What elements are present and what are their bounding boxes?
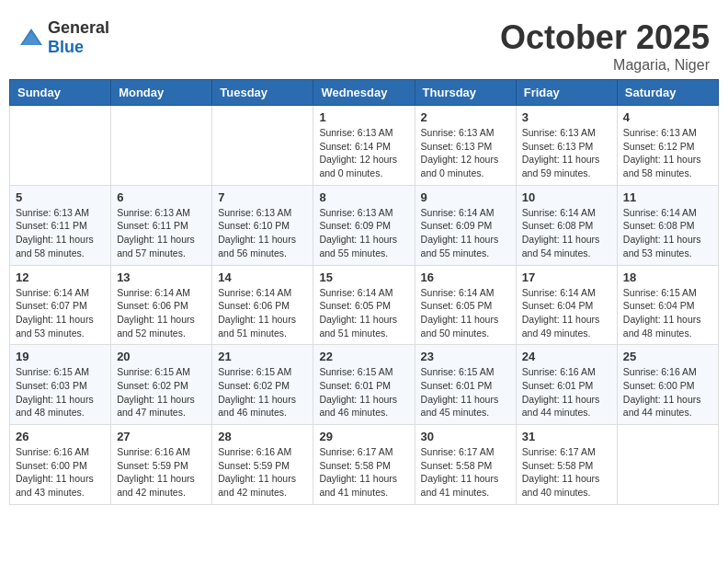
day-info: Sunrise: 6:15 AM Sunset: 6:01 PM Dayligh…	[421, 365, 510, 419]
weekday-header-sunday: Sunday	[10, 80, 111, 106]
calendar-cell: 7Sunrise: 6:13 AM Sunset: 6:10 PM Daylig…	[212, 185, 313, 265]
day-number: 15	[319, 270, 408, 284]
week-row-2: 12Sunrise: 6:14 AM Sunset: 6:07 PM Dayli…	[10, 265, 719, 345]
calendar-cell: 21Sunrise: 6:15 AM Sunset: 6:02 PM Dayli…	[212, 345, 313, 425]
day-number: 18	[623, 270, 712, 284]
calendar-cell: 28Sunrise: 6:16 AM Sunset: 5:59 PM Dayli…	[212, 425, 313, 505]
day-number: 28	[218, 430, 307, 443]
day-info: Sunrise: 6:16 AM Sunset: 5:59 PM Dayligh…	[117, 445, 206, 500]
day-info: Sunrise: 6:14 AM Sunset: 6:09 PM Dayligh…	[421, 206, 510, 260]
location-title: Magaria, Niger	[500, 57, 710, 74]
weekday-header-wednesday: Wednesday	[313, 80, 415, 106]
day-info: Sunrise: 6:16 AM Sunset: 6:01 PM Dayligh…	[522, 365, 611, 419]
week-row-1: 5Sunrise: 6:13 AM Sunset: 6:11 PM Daylig…	[10, 185, 719, 265]
calendar-cell: 23Sunrise: 6:15 AM Sunset: 6:01 PM Dayli…	[415, 345, 516, 425]
day-info: Sunrise: 6:14 AM Sunset: 6:04 PM Dayligh…	[522, 286, 611, 340]
calendar-cell: 31Sunrise: 6:17 AM Sunset: 5:58 PM Dayli…	[516, 425, 617, 505]
day-info: Sunrise: 6:16 AM Sunset: 5:59 PM Dayligh…	[218, 445, 307, 500]
day-number: 14	[218, 270, 307, 284]
logo-blue: Blue	[48, 38, 84, 56]
day-number: 22	[319, 350, 408, 363]
day-info: Sunrise: 6:15 AM Sunset: 6:04 PM Dayligh…	[623, 286, 712, 340]
calendar-cell: 12Sunrise: 6:14 AM Sunset: 6:07 PM Dayli…	[10, 265, 111, 345]
calendar-cell: 10Sunrise: 6:14 AM Sunset: 6:08 PM Dayli…	[516, 185, 617, 265]
day-number: 29	[319, 430, 408, 443]
day-info: Sunrise: 6:15 AM Sunset: 6:01 PM Dayligh…	[319, 365, 408, 419]
calendar-cell: 24Sunrise: 6:16 AM Sunset: 6:01 PM Dayli…	[516, 345, 617, 425]
day-info: Sunrise: 6:17 AM Sunset: 5:58 PM Dayligh…	[421, 445, 510, 500]
calendar-cell: 16Sunrise: 6:14 AM Sunset: 6:05 PM Dayli…	[415, 265, 516, 345]
calendar-cell: 29Sunrise: 6:17 AM Sunset: 5:58 PM Dayli…	[313, 425, 415, 505]
calendar-cell: 4Sunrise: 6:13 AM Sunset: 6:12 PM Daylig…	[617, 106, 718, 186]
day-number: 9	[421, 190, 510, 204]
day-number: 1	[319, 110, 408, 124]
calendar-cell: 20Sunrise: 6:15 AM Sunset: 6:02 PM Dayli…	[111, 345, 212, 425]
day-number: 11	[623, 190, 712, 204]
day-info: Sunrise: 6:14 AM Sunset: 6:08 PM Dayligh…	[522, 206, 611, 260]
day-info: Sunrise: 6:15 AM Sunset: 6:03 PM Dayligh…	[16, 365, 105, 419]
calendar-cell: 11Sunrise: 6:14 AM Sunset: 6:08 PM Dayli…	[617, 185, 718, 265]
day-info: Sunrise: 6:14 AM Sunset: 6:05 PM Dayligh…	[421, 286, 510, 340]
day-info: Sunrise: 6:16 AM Sunset: 6:00 PM Dayligh…	[623, 365, 712, 419]
logo-text: General Blue	[48, 18, 109, 57]
day-info: Sunrise: 6:13 AM Sunset: 6:14 PM Dayligh…	[319, 126, 408, 180]
day-info: Sunrise: 6:13 AM Sunset: 6:13 PM Dayligh…	[522, 126, 611, 180]
day-info: Sunrise: 6:13 AM Sunset: 6:13 PM Dayligh…	[421, 126, 510, 180]
header: General Blue October 2025 Magaria, Niger	[9, 9, 719, 79]
calendar-cell: 30Sunrise: 6:17 AM Sunset: 5:58 PM Dayli…	[415, 425, 516, 505]
day-info: Sunrise: 6:17 AM Sunset: 5:58 PM Dayligh…	[319, 445, 408, 500]
day-info: Sunrise: 6:15 AM Sunset: 6:02 PM Dayligh…	[218, 365, 307, 419]
calendar-cell: 19Sunrise: 6:15 AM Sunset: 6:03 PM Dayli…	[10, 345, 111, 425]
day-info: Sunrise: 6:14 AM Sunset: 6:08 PM Dayligh…	[623, 206, 712, 260]
day-info: Sunrise: 6:13 AM Sunset: 6:12 PM Dayligh…	[623, 126, 712, 180]
day-number: 30	[421, 430, 510, 443]
day-number: 8	[319, 190, 408, 204]
day-info: Sunrise: 6:17 AM Sunset: 5:58 PM Dayligh…	[522, 445, 611, 500]
week-row-4: 26Sunrise: 6:16 AM Sunset: 6:00 PM Dayli…	[10, 425, 719, 505]
calendar-cell: 27Sunrise: 6:16 AM Sunset: 5:59 PM Dayli…	[111, 425, 212, 505]
calendar-cell: 9Sunrise: 6:14 AM Sunset: 6:09 PM Daylig…	[415, 185, 516, 265]
day-number: 31	[522, 430, 611, 443]
day-number: 7	[218, 190, 307, 204]
calendar-cell: 15Sunrise: 6:14 AM Sunset: 6:05 PM Dayli…	[313, 265, 415, 345]
calendar-cell	[617, 425, 718, 505]
day-number: 3	[522, 110, 611, 124]
day-number: 4	[623, 110, 712, 124]
calendar-cell: 1Sunrise: 6:13 AM Sunset: 6:14 PM Daylig…	[313, 106, 415, 186]
calendar-cell: 25Sunrise: 6:16 AM Sunset: 6:00 PM Dayli…	[617, 345, 718, 425]
day-number: 19	[16, 350, 105, 363]
week-row-3: 19Sunrise: 6:15 AM Sunset: 6:03 PM Dayli…	[10, 345, 719, 425]
day-info: Sunrise: 6:16 AM Sunset: 6:00 PM Dayligh…	[16, 445, 105, 500]
day-number: 25	[623, 350, 712, 363]
day-number: 12	[16, 270, 105, 284]
day-number: 10	[522, 190, 611, 204]
day-info: Sunrise: 6:14 AM Sunset: 6:06 PM Dayligh…	[218, 286, 307, 340]
calendar-cell	[111, 106, 212, 186]
weekday-header-friday: Friday	[516, 80, 617, 106]
calendar-cell: 17Sunrise: 6:14 AM Sunset: 6:04 PM Dayli…	[516, 265, 617, 345]
calendar-cell: 14Sunrise: 6:14 AM Sunset: 6:06 PM Dayli…	[212, 265, 313, 345]
day-number: 17	[522, 270, 611, 284]
title-area: October 2025 Magaria, Niger	[500, 18, 710, 74]
logo-general: General	[48, 18, 109, 37]
day-info: Sunrise: 6:14 AM Sunset: 6:06 PM Dayligh…	[117, 286, 206, 340]
logo: General Blue	[18, 18, 109, 57]
calendar-cell: 3Sunrise: 6:13 AM Sunset: 6:13 PM Daylig…	[516, 106, 617, 186]
day-info: Sunrise: 6:15 AM Sunset: 6:02 PM Dayligh…	[117, 365, 206, 419]
day-number: 23	[421, 350, 510, 363]
day-info: Sunrise: 6:13 AM Sunset: 6:11 PM Dayligh…	[16, 206, 105, 260]
day-number: 24	[522, 350, 611, 363]
day-number: 6	[117, 190, 206, 204]
day-number: 2	[421, 110, 510, 124]
day-number: 21	[218, 350, 307, 363]
logo-icon	[18, 27, 44, 49]
calendar-cell: 26Sunrise: 6:16 AM Sunset: 6:00 PM Dayli…	[10, 425, 111, 505]
calendar-cell: 8Sunrise: 6:13 AM Sunset: 6:09 PM Daylig…	[313, 185, 415, 265]
week-row-0: 1Sunrise: 6:13 AM Sunset: 6:14 PM Daylig…	[10, 106, 719, 186]
day-number: 26	[16, 430, 105, 443]
weekday-header-monday: Monday	[111, 80, 212, 106]
calendar-cell: 6Sunrise: 6:13 AM Sunset: 6:11 PM Daylig…	[111, 185, 212, 265]
day-number: 20	[117, 350, 206, 363]
weekday-header-row: SundayMondayTuesdayWednesdayThursdayFrid…	[10, 80, 719, 106]
calendar-cell: 18Sunrise: 6:15 AM Sunset: 6:04 PM Dayli…	[617, 265, 718, 345]
